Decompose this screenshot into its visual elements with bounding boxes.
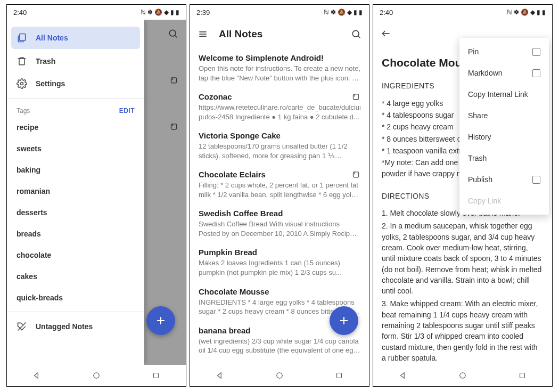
navigation-drawer: All Notes Trash Settings Tags EDIT recip… [7, 20, 144, 365]
overflow-menu: Pin Markdown Copy Internal Link Share Hi… [459, 38, 549, 215]
drawer-all-notes-label: All Notes [36, 34, 68, 42]
menu-publish[interactable]: Publish [459, 169, 549, 190]
note-list-item[interactable]: Cozonachttps://www.reteteculinare.ro/car… [190, 87, 369, 126]
nav-recents-icon[interactable] [334, 371, 344, 380]
nav-home-icon[interactable] [275, 371, 284, 380]
tag-item[interactable]: chocolate [7, 244, 144, 266]
trash-icon [17, 56, 27, 67]
android-nav-bar [190, 365, 369, 386]
signal-icon: ▮ [170, 9, 174, 16]
svg-point-8 [21, 83, 23, 85]
note-snippet: Open this note for instructions. To crea… [199, 64, 360, 83]
pin-checkbox[interactable] [532, 48, 540, 56]
svg-line-16 [358, 36, 360, 38]
svg-rect-22 [337, 373, 342, 378]
bluetooth-icon: ✽ [514, 9, 519, 16]
tag-item[interactable]: romanian [7, 181, 144, 202]
note-list-item[interactable]: Chocolate EclairsFilling: * 2 cups whole… [190, 165, 369, 204]
pin-icon [351, 93, 360, 102]
signal-icon: ▮ [537, 9, 540, 16]
nav-back-icon[interactable] [215, 371, 225, 380]
drawer-untagged[interactable]: Untagged Notes [7, 315, 144, 338]
untagged-icon [17, 321, 27, 332]
hamburger-icon[interactable] [198, 29, 208, 39]
bluetooth-icon: ✽ [147, 9, 153, 16]
drawer-all-notes[interactable]: All Notes [11, 27, 140, 49]
tag-item[interactable]: cakes [7, 266, 144, 287]
svg-point-24 [460, 373, 466, 379]
menu-pin-label: Pin [468, 47, 479, 56]
status-time: 2:39 [196, 9, 210, 17]
menu-share[interactable]: Share [459, 105, 549, 126]
back-arrow-icon[interactable] [381, 28, 391, 39]
tag-item[interactable]: breads [7, 223, 144, 244]
menu-pin[interactable]: Pin [459, 41, 549, 62]
screen-notes-list: 2:39 ℕ ✽ 🔕 ◆ ▮ ▮ All Notes Welcome to Si… [190, 4, 369, 387]
menu-copy-internal-label: Copy Internal Link [468, 90, 528, 99]
drawer-trash[interactable]: Trash [7, 50, 144, 72]
menu-history[interactable]: History [459, 126, 549, 148]
gear-icon [17, 78, 27, 89]
divider [7, 98, 144, 99]
markdown-checkbox[interactable] [532, 69, 540, 77]
battery-icon: ▮ [359, 9, 363, 16]
svg-rect-7 [19, 59, 24, 65]
menu-copy-link: Copy Link [459, 190, 549, 211]
tag-item[interactable]: desserts [7, 202, 144, 223]
status-icons: ℕ ✽ 🔕 ◆ ▮ ▮ [141, 9, 179, 16]
note-list-item[interactable]: Peanut "fudge" (with 3 ingredients)Three… [190, 360, 369, 365]
menu-trash[interactable]: Trash [459, 148, 549, 169]
note-snippet: Filling: * 2 cups whole, 2 percent fat, … [199, 181, 360, 199]
menu-markdown[interactable]: Markdown [459, 62, 549, 84]
nfc-icon: ℕ [141, 9, 146, 16]
note-list-item[interactable]: Swedish Coffee BreadSwedish Coffee Bread… [190, 204, 369, 243]
dnd-icon: 🔕 [154, 9, 162, 16]
note-title: Pumpkin Bread [199, 248, 360, 257]
svg-point-15 [352, 30, 359, 37]
tags-edit-button[interactable]: EDIT [119, 107, 135, 115]
android-nav-bar [373, 365, 552, 386]
tag-item[interactable]: sweets [7, 138, 144, 159]
status-bar: 2:40 ℕ ✽ 🔕 ◆ ▮ ▮ [7, 5, 186, 20]
nav-back-icon[interactable] [398, 371, 408, 380]
menu-publish-label: Publish [468, 175, 492, 184]
nav-home-icon[interactable] [458, 371, 467, 380]
menu-markdown-label: Markdown [468, 69, 503, 77]
tag-item[interactable]: baking [7, 159, 144, 181]
menu-copy-internal[interactable]: Copy Internal Link [459, 84, 549, 105]
note-title: Swedish Coffee Bread [199, 209, 360, 218]
publish-checkbox[interactable] [532, 176, 540, 184]
note-list-item[interactable]: Victoria Sponge Cake12 tablespoons/170 g… [190, 126, 369, 165]
status-time: 2:40 [13, 9, 27, 17]
fab-new-note[interactable] [146, 306, 175, 335]
note-list-item[interactable]: Welcome to Simplenote Android!Open this … [190, 48, 369, 87]
dnd-icon: 🔕 [338, 9, 346, 16]
svg-rect-18 [354, 172, 359, 177]
wifi-icon: ◆ [530, 9, 535, 16]
screen-drawer: 2:40 ℕ ✽ 🔕 ◆ ▮ ▮ ote, tap the ch your no… [6, 4, 186, 387]
svg-rect-17 [354, 94, 359, 100]
menu-copy-link-label: Copy Link [468, 197, 501, 205]
nav-recents-icon[interactable] [151, 371, 161, 380]
tags-header-label: Tags [17, 107, 30, 115]
battery-icon: ▮ [542, 9, 546, 16]
search-icon[interactable] [351, 29, 361, 39]
tag-item[interactable]: recipe [7, 117, 144, 138]
note-list-item[interactable]: Pumpkin BreadMakes 2 loaves Ingredients … [190, 243, 369, 282]
menu-history-label: History [468, 133, 491, 141]
drawer-settings[interactable]: Settings [7, 72, 144, 95]
nav-back-icon[interactable] [32, 371, 42, 380]
note-snippet: (wet ingredients) 2/3 cup white sugar 1/… [199, 337, 360, 355]
direction-line: 3. Make whipped cream: With an electric … [382, 298, 544, 363]
note-title: Welcome to Simplenote Android! [199, 53, 360, 62]
drawer-untagged-label: Untagged Notes [36, 322, 93, 331]
tag-item[interactable]: quick-breads [7, 287, 144, 308]
fab-new-note[interactable] [330, 306, 358, 335]
nav-home-icon[interactable] [92, 371, 101, 380]
svg-rect-11 [154, 373, 159, 378]
screen-note-detail: 2:40 ℕ ✽ 🔕 ◆ ▮ ▮ Chocolate Mousse INGRED… [373, 4, 553, 387]
note-snippet: Swedish Coffee Bread With visual instruc… [199, 219, 360, 238]
note-title: Cozonac [199, 92, 360, 101]
nav-recents-icon[interactable] [517, 371, 527, 380]
menu-share-label: Share [468, 111, 488, 120]
